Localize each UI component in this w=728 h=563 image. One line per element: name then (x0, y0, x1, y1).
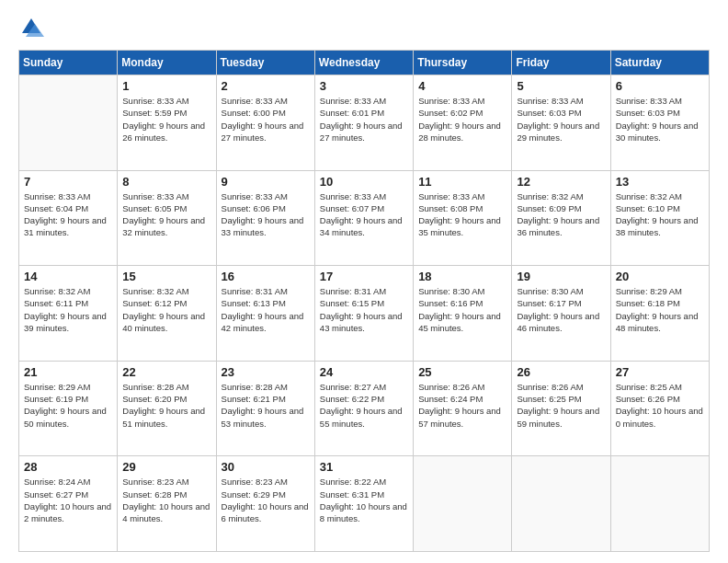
cell-info: Sunrise: 8:31 AMSunset: 6:15 PMDaylight:… (320, 285, 408, 334)
cell-day-number: 24 (320, 365, 408, 379)
cell-info: Sunrise: 8:24 AMSunset: 6:27 PMDaylight:… (24, 476, 112, 524)
cell-day-number: 9 (222, 175, 310, 189)
cell-info: Sunrise: 8:23 AMSunset: 6:28 PMDaylight:… (122, 476, 210, 524)
day-header-saturday: Saturday (610, 51, 709, 75)
cell-2-7: 13Sunrise: 8:32 AMSunset: 6:10 PMDayligh… (610, 170, 709, 266)
cell-day-number: 3 (320, 79, 408, 93)
cell-5-3: 30Sunrise: 8:23 AMSunset: 6:29 PMDayligh… (216, 456, 314, 552)
cell-day-number: 1 (122, 79, 210, 93)
cell-day-number: 25 (418, 365, 506, 379)
cell-day-number: 30 (222, 460, 310, 474)
cell-info: Sunrise: 8:30 AMSunset: 6:16 PMDaylight:… (418, 285, 506, 334)
cell-info: Sunrise: 8:33 AMSunset: 6:03 PMDaylight:… (517, 95, 605, 144)
cell-day-number: 31 (320, 460, 408, 474)
cell-4-1: 21Sunrise: 8:29 AMSunset: 6:19 PMDayligh… (19, 361, 118, 456)
page: SundayMondayTuesdayWednesdayThursdayFrid… (0, 0, 728, 563)
cell-2-1: 7Sunrise: 8:33 AMSunset: 6:04 PMDaylight… (19, 170, 118, 266)
cell-info: Sunrise: 8:29 AMSunset: 6:19 PMDaylight:… (24, 381, 112, 430)
days-header-row: SundayMondayTuesdayWednesdayThursdayFrid… (19, 51, 710, 75)
cell-info: Sunrise: 8:32 AMSunset: 6:11 PMDaylight:… (24, 285, 112, 334)
cell-info: Sunrise: 8:26 AMSunset: 6:25 PMDaylight:… (517, 381, 605, 430)
day-header-tuesday: Tuesday (216, 51, 314, 75)
cell-4-7: 27Sunrise: 8:25 AMSunset: 6:26 PMDayligh… (610, 361, 709, 456)
day-header-friday: Friday (512, 51, 610, 75)
cell-day-number: 27 (616, 365, 704, 379)
cell-3-4: 17Sunrise: 8:31 AMSunset: 6:15 PMDayligh… (314, 266, 413, 362)
cell-info: Sunrise: 8:33 AMSunset: 6:01 PMDaylight:… (320, 95, 408, 144)
cell-day-number: 23 (222, 365, 310, 379)
cell-4-2: 22Sunrise: 8:28 AMSunset: 6:20 PMDayligh… (118, 361, 216, 456)
cell-info: Sunrise: 8:33 AMSunset: 5:59 PMDaylight:… (122, 95, 210, 144)
cell-5-7 (610, 456, 709, 552)
cell-day-number: 14 (24, 270, 112, 283)
cell-info: Sunrise: 8:33 AMSunset: 6:07 PMDaylight:… (320, 190, 408, 239)
cell-day-number: 19 (517, 270, 605, 283)
logo-icon (18, 15, 44, 40)
week-row-3: 14Sunrise: 8:32 AMSunset: 6:11 PMDayligh… (19, 266, 710, 362)
cell-1-2: 1Sunrise: 8:33 AMSunset: 5:59 PMDaylight… (118, 75, 216, 171)
cell-1-3: 2Sunrise: 8:33 AMSunset: 6:00 PMDaylight… (216, 75, 314, 171)
cell-3-5: 18Sunrise: 8:30 AMSunset: 6:16 PMDayligh… (414, 266, 512, 362)
cell-info: Sunrise: 8:31 AMSunset: 6:13 PMDaylight:… (222, 285, 310, 334)
cell-info: Sunrise: 8:33 AMSunset: 6:02 PMDaylight:… (418, 95, 506, 144)
cell-4-6: 26Sunrise: 8:26 AMSunset: 6:25 PMDayligh… (512, 361, 610, 456)
cell-day-number: 28 (24, 460, 112, 474)
cell-3-2: 15Sunrise: 8:32 AMSunset: 6:12 PMDayligh… (118, 266, 216, 362)
cell-day-number: 11 (418, 175, 506, 189)
cell-info: Sunrise: 8:33 AMSunset: 6:06 PMDaylight:… (222, 190, 310, 239)
cell-day-number: 10 (320, 175, 408, 189)
cell-day-number: 15 (122, 270, 210, 283)
cell-3-7: 20Sunrise: 8:29 AMSunset: 6:18 PMDayligh… (610, 266, 709, 362)
day-header-sunday: Sunday (19, 51, 118, 75)
cell-info: Sunrise: 8:33 AMSunset: 6:05 PMDaylight:… (122, 190, 210, 239)
cell-day-number: 21 (24, 365, 112, 379)
cell-day-number: 22 (122, 365, 210, 379)
day-header-wednesday: Wednesday (314, 51, 413, 75)
cell-2-5: 11Sunrise: 8:33 AMSunset: 6:08 PMDayligh… (414, 170, 512, 266)
cell-info: Sunrise: 8:33 AMSunset: 6:03 PMDaylight:… (616, 95, 704, 144)
cell-5-1: 28Sunrise: 8:24 AMSunset: 6:27 PMDayligh… (19, 456, 118, 552)
cell-4-3: 23Sunrise: 8:28 AMSunset: 6:21 PMDayligh… (216, 361, 314, 456)
cell-3-3: 16Sunrise: 8:31 AMSunset: 6:13 PMDayligh… (216, 266, 314, 362)
cell-4-4: 24Sunrise: 8:27 AMSunset: 6:22 PMDayligh… (314, 361, 413, 456)
cell-5-6 (512, 456, 610, 552)
cell-day-number: 17 (320, 270, 408, 283)
day-header-monday: Monday (118, 51, 216, 75)
cell-1-6: 5Sunrise: 8:33 AMSunset: 6:03 PMDaylight… (512, 75, 610, 171)
cell-day-number: 6 (616, 79, 704, 93)
header (18, 15, 710, 40)
cell-3-1: 14Sunrise: 8:32 AMSunset: 6:11 PMDayligh… (19, 266, 118, 362)
cell-1-4: 3Sunrise: 8:33 AMSunset: 6:01 PMDaylight… (314, 75, 413, 171)
cell-2-2: 8Sunrise: 8:33 AMSunset: 6:05 PMDaylight… (118, 170, 216, 266)
cell-2-4: 10Sunrise: 8:33 AMSunset: 6:07 PMDayligh… (314, 170, 413, 266)
week-row-1: 1Sunrise: 8:33 AMSunset: 5:59 PMDaylight… (19, 75, 710, 171)
week-row-4: 21Sunrise: 8:29 AMSunset: 6:19 PMDayligh… (19, 361, 710, 456)
cell-day-number: 13 (616, 175, 704, 189)
cell-day-number: 4 (418, 79, 506, 93)
cell-info: Sunrise: 8:29 AMSunset: 6:18 PMDaylight:… (616, 285, 704, 334)
cell-day-number: 7 (24, 175, 112, 189)
cell-info: Sunrise: 8:33 AMSunset: 6:00 PMDaylight:… (222, 95, 310, 144)
week-row-2: 7Sunrise: 8:33 AMSunset: 6:04 PMDaylight… (19, 170, 710, 266)
cell-info: Sunrise: 8:33 AMSunset: 6:04 PMDaylight:… (24, 190, 112, 239)
cell-2-6: 12Sunrise: 8:32 AMSunset: 6:09 PMDayligh… (512, 170, 610, 266)
cell-info: Sunrise: 8:22 AMSunset: 6:31 PMDaylight:… (320, 476, 408, 524)
day-header-thursday: Thursday (414, 51, 512, 75)
logo (18, 15, 46, 40)
cell-1-5: 4Sunrise: 8:33 AMSunset: 6:02 PMDaylight… (414, 75, 512, 171)
cell-day-number: 18 (418, 270, 506, 283)
cell-info: Sunrise: 8:33 AMSunset: 6:08 PMDaylight:… (418, 190, 506, 239)
cell-day-number: 12 (517, 175, 605, 189)
cell-4-5: 25Sunrise: 8:26 AMSunset: 6:24 PMDayligh… (414, 361, 512, 456)
cell-2-3: 9Sunrise: 8:33 AMSunset: 6:06 PMDaylight… (216, 170, 314, 266)
cell-1-7: 6Sunrise: 8:33 AMSunset: 6:03 PMDaylight… (610, 75, 709, 171)
cell-info: Sunrise: 8:30 AMSunset: 6:17 PMDaylight:… (517, 285, 605, 334)
cell-5-2: 29Sunrise: 8:23 AMSunset: 6:28 PMDayligh… (118, 456, 216, 552)
cell-day-number: 29 (122, 460, 210, 474)
cell-day-number: 26 (517, 365, 605, 379)
cell-3-6: 19Sunrise: 8:30 AMSunset: 6:17 PMDayligh… (512, 266, 610, 362)
cell-day-number: 20 (616, 270, 704, 283)
cell-info: Sunrise: 8:26 AMSunset: 6:24 PMDaylight:… (418, 381, 506, 430)
cell-info: Sunrise: 8:32 AMSunset: 6:10 PMDaylight:… (616, 190, 704, 239)
cell-day-number: 2 (222, 79, 310, 93)
